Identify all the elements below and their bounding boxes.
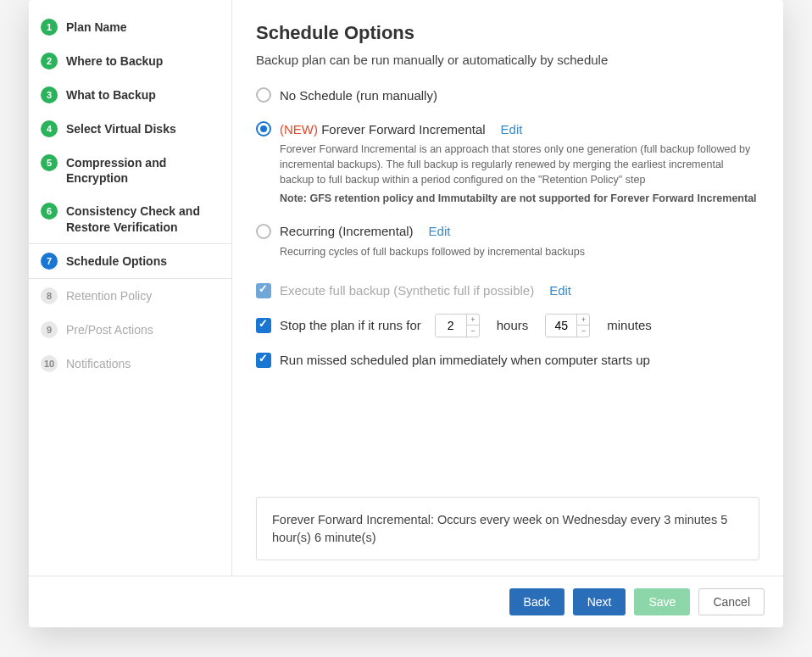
- sidebar-step-retention-policy[interactable]: 8 Retention Policy: [29, 279, 231, 313]
- radio-recurring: Recurring (Incremental) Edit Recurring c…: [256, 224, 759, 263]
- checkbox-label: Execute full backup (Synthetic full if p…: [280, 283, 534, 298]
- checkbox-label: Stop the plan if it runs for: [280, 318, 421, 332]
- ffi-label-text: Forever Forward Incremental: [321, 122, 485, 136]
- radio-label: No Schedule (run manually): [280, 88, 437, 103]
- recurring-description: Recurring cycles of full backups followe…: [280, 244, 759, 259]
- step-number: 8: [41, 287, 58, 304]
- back-button[interactable]: Back: [509, 588, 565, 615]
- radio-no-schedule: No Schedule (run manually): [256, 87, 759, 108]
- checkbox-exec-full-row: Execute full backup (Synthetic full if p…: [256, 283, 759, 298]
- radio-label: Recurring (Incremental): [280, 224, 414, 238]
- step-label: Retention Policy: [66, 287, 152, 303]
- checkbox-stop-plan[interactable]: [256, 318, 271, 333]
- step-label: Plan Name: [66, 19, 127, 35]
- radio-forever-forward: (NEW) Forever Forward Incremental Edit F…: [256, 121, 759, 210]
- step-label: Compression and Encryption: [66, 154, 220, 186]
- edit-ffi-link[interactable]: Edit: [501, 122, 523, 136]
- schedule-summary: Forever Forward Incremental: Occurs ever…: [256, 497, 759, 560]
- minutes-up-button[interactable]: +: [577, 315, 589, 326]
- minutes-unit: minutes: [607, 318, 652, 332]
- checkbox-stop-plan-row: Stop the plan if it runs for + − hours +…: [256, 314, 759, 337]
- hours-unit: hours: [497, 318, 529, 332]
- sidebar-step-virtual-disks[interactable]: 4 Select Virtual Disks: [29, 112, 231, 146]
- step-label: What to Backup: [66, 86, 156, 103]
- wizard-sidebar: 1 Plan Name 2 Where to Backup 3 What to …: [29, 0, 232, 576]
- step-label: Select Virtual Disks: [66, 120, 176, 136]
- radio-recurring-input[interactable]: [256, 224, 271, 239]
- dialog-body: 1 Plan Name 2 Where to Backup 3 What to …: [29, 0, 783, 576]
- next-button[interactable]: Next: [573, 588, 626, 615]
- minutes-input[interactable]: [546, 315, 576, 337]
- minutes-spinner: + −: [545, 314, 590, 337]
- hours-up-button[interactable]: +: [467, 315, 479, 326]
- hours-input[interactable]: [436, 315, 466, 337]
- sidebar-step-consistency-check[interactable]: 6 Consistency Check and Restore Verifica…: [29, 194, 231, 242]
- step-label: Schedule Options: [66, 253, 167, 269]
- sidebar-step-notifications[interactable]: 10 Notifications: [29, 347, 231, 381]
- step-number: 10: [41, 355, 58, 372]
- checkbox-run-missed-row: Run missed scheduled plan immediately wh…: [256, 353, 759, 368]
- wizard-dialog: 1 Plan Name 2 Where to Backup 3 What to …: [29, 0, 783, 627]
- ffi-note: Note: GFS retention policy and Immutabil…: [280, 191, 759, 206]
- step-label: Where to Backup: [66, 53, 163, 69]
- step-number: 7: [41, 253, 58, 270]
- radio-forever-forward-input[interactable]: [256, 121, 271, 136]
- step-label: Pre/Post Actions: [66, 321, 153, 337]
- radio-label: (NEW) Forever Forward Incremental: [280, 122, 486, 136]
- step-number: 5: [41, 154, 58, 171]
- step-number: 2: [41, 53, 58, 70]
- checkbox-label: Run missed scheduled plan immediately wh…: [280, 353, 650, 367]
- step-number: 1: [41, 19, 58, 36]
- step-number: 3: [41, 86, 58, 103]
- new-tag: (NEW): [280, 122, 318, 136]
- sidebar-step-what-to-backup[interactable]: 3 What to Backup: [29, 78, 231, 112]
- page-title: Schedule Options: [256, 22, 759, 44]
- sidebar-step-where-to-backup[interactable]: 2 Where to Backup: [29, 44, 231, 78]
- dialog-footer: Back Next Save Cancel: [29, 576, 783, 627]
- save-button[interactable]: Save: [634, 588, 690, 615]
- sidebar-step-pre-post-actions[interactable]: 9 Pre/Post Actions: [29, 313, 231, 347]
- step-label: Notifications: [66, 355, 131, 371]
- checkbox-exec-full: [256, 283, 271, 298]
- cancel-button[interactable]: Cancel: [698, 588, 765, 615]
- edit-exec-full-link[interactable]: Edit: [549, 283, 571, 298]
- hours-down-button[interactable]: −: [467, 326, 479, 337]
- step-label: Consistency Check and Restore Verificati…: [66, 203, 220, 234]
- hours-spinner: + −: [435, 314, 480, 337]
- radio-no-schedule-input[interactable]: [256, 87, 271, 103]
- step-number: 4: [41, 120, 58, 137]
- step-number: 6: [41, 203, 58, 220]
- sidebar-step-schedule-options[interactable]: 7 Schedule Options: [29, 243, 232, 279]
- sidebar-step-compression-encryption[interactable]: 5 Compression and Encryption: [29, 146, 231, 194]
- page-subtitle: Backup plan can be run manually or autom…: [256, 53, 759, 67]
- edit-recurring-link[interactable]: Edit: [429, 224, 451, 238]
- step-number: 9: [41, 321, 58, 338]
- sidebar-step-plan-name[interactable]: 1 Plan Name: [29, 10, 231, 44]
- ffi-description: Forever Forward Incremental is an approa…: [280, 142, 759, 187]
- checkbox-run-missed[interactable]: [256, 353, 271, 368]
- main-panel: Schedule Options Backup plan can be run …: [232, 0, 783, 576]
- minutes-down-button[interactable]: −: [577, 326, 589, 337]
